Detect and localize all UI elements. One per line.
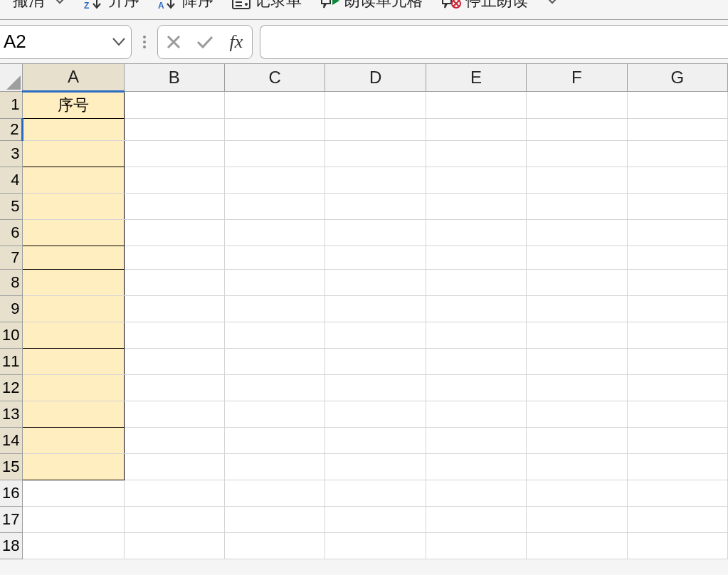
cell[interactable]: [23, 401, 124, 427]
row-header[interactable]: 18: [0, 532, 23, 559]
cell[interactable]: [527, 295, 627, 322]
cell[interactable]: [325, 427, 426, 453]
cell[interactable]: [527, 453, 627, 480]
cell[interactable]: [224, 532, 325, 559]
cell[interactable]: [224, 506, 325, 532]
cell[interactable]: [23, 167, 124, 193]
undo-button[interactable]: 撤消: [0, 0, 65, 9]
row-header[interactable]: 13: [0, 401, 23, 427]
cell[interactable]: [124, 246, 224, 269]
cell[interactable]: [527, 480, 627, 506]
cell[interactable]: [224, 427, 325, 453]
cancel-formula-button[interactable]: [158, 26, 189, 58]
sort-asc-button[interactable]: AZ 升序: [84, 0, 139, 9]
cell[interactable]: [426, 193, 526, 219]
cell[interactable]: [325, 453, 426, 480]
cell[interactable]: [325, 322, 426, 348]
column-header[interactable]: E: [426, 64, 526, 91]
formula-input[interactable]: [260, 25, 728, 59]
cell[interactable]: [124, 269, 224, 295]
cell[interactable]: [627, 480, 727, 506]
cell[interactable]: [426, 91, 526, 118]
cell[interactable]: [426, 427, 526, 453]
cell[interactable]: [124, 295, 224, 322]
cell[interactable]: [627, 348, 727, 374]
cell[interactable]: [426, 532, 526, 559]
column-header[interactable]: A: [23, 64, 124, 91]
cell[interactable]: [124, 506, 224, 532]
cell[interactable]: [527, 532, 627, 559]
cell[interactable]: [124, 348, 224, 374]
column-header[interactable]: C: [224, 64, 325, 91]
record-form-button[interactable]: 记录单: [232, 0, 302, 9]
cell[interactable]: [627, 140, 727, 167]
cell[interactable]: [224, 167, 325, 193]
cell[interactable]: [224, 140, 325, 167]
cell[interactable]: [527, 219, 627, 246]
insert-function-button[interactable]: fx: [221, 26, 252, 58]
cell[interactable]: [527, 167, 627, 193]
cell[interactable]: [23, 427, 124, 453]
cell[interactable]: [224, 374, 325, 401]
cell[interactable]: [325, 246, 426, 269]
cell[interactable]: [426, 348, 526, 374]
cell[interactable]: [627, 532, 727, 559]
cell[interactable]: [23, 118, 124, 140]
cell[interactable]: [426, 140, 526, 167]
cell[interactable]: [124, 118, 224, 140]
cell[interactable]: [627, 91, 727, 118]
stop-read-button[interactable]: 停止朗读: [441, 0, 528, 9]
cell[interactable]: [124, 401, 224, 427]
cell[interactable]: [23, 532, 124, 559]
cell[interactable]: [627, 322, 727, 348]
cell[interactable]: [426, 480, 526, 506]
row-header[interactable]: 6: [0, 219, 23, 246]
cell[interactable]: [627, 374, 727, 401]
cell[interactable]: [527, 374, 627, 401]
cell[interactable]: [224, 401, 325, 427]
cell[interactable]: [23, 453, 124, 480]
row-header[interactable]: 15: [0, 453, 23, 480]
cell[interactable]: [527, 506, 627, 532]
cell[interactable]: [124, 140, 224, 167]
cell[interactable]: [325, 219, 426, 246]
cell[interactable]: [325, 506, 426, 532]
cell[interactable]: [627, 401, 727, 427]
cell[interactable]: [325, 91, 426, 118]
cell[interactable]: [325, 140, 426, 167]
column-header[interactable]: F: [527, 64, 627, 91]
cell[interactable]: [325, 167, 426, 193]
cell[interactable]: [23, 374, 124, 401]
toolbar-more-button[interactable]: [547, 0, 558, 9]
cell[interactable]: [627, 118, 727, 140]
cell[interactable]: [426, 118, 526, 140]
row-header[interactable]: 7: [0, 246, 23, 269]
cell[interactable]: [23, 480, 124, 506]
cell[interactable]: [527, 246, 627, 269]
cell[interactable]: [426, 374, 526, 401]
cell[interactable]: [124, 167, 224, 193]
cell[interactable]: [224, 480, 325, 506]
cell[interactable]: [426, 269, 526, 295]
cell[interactable]: [23, 193, 124, 219]
cell[interactable]: [124, 193, 224, 219]
cell[interactable]: [23, 348, 124, 374]
row-header[interactable]: 10: [0, 322, 23, 348]
cell[interactable]: [124, 91, 224, 118]
row-header[interactable]: 5: [0, 193, 23, 219]
select-all-corner[interactable]: [0, 64, 23, 91]
cell[interactable]: [426, 506, 526, 532]
cell[interactable]: [527, 401, 627, 427]
cell[interactable]: [527, 322, 627, 348]
cell[interactable]: [124, 219, 224, 246]
row-header[interactable]: 11: [0, 348, 23, 374]
cell[interactable]: [527, 269, 627, 295]
cell[interactable]: [325, 269, 426, 295]
row-header[interactable]: 17: [0, 506, 23, 532]
cell[interactable]: [124, 532, 224, 559]
row-header[interactable]: 3: [0, 140, 23, 167]
cell[interactable]: 序号: [23, 91, 124, 118]
cell[interactable]: [627, 269, 727, 295]
column-header[interactable]: B: [124, 64, 224, 91]
cell[interactable]: [627, 167, 727, 193]
